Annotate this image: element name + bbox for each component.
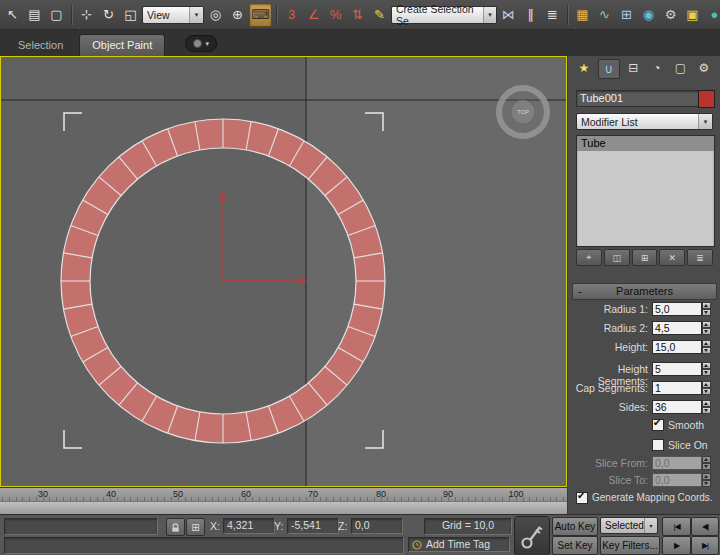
track-bar[interactable] bbox=[0, 501, 567, 514]
modifier-stack-item-tube[interactable]: Tube bbox=[577, 136, 714, 151]
motion-tab-icon[interactable]: ◔ bbox=[647, 59, 667, 77]
slice-on-checkbox[interactable]: Slice On bbox=[652, 438, 708, 451]
set-key-button[interactable]: Set Key bbox=[552, 536, 598, 555]
mirror-icon[interactable]: ⋈ bbox=[498, 4, 519, 26]
pin-stack-icon[interactable]: ⌖ bbox=[576, 249, 602, 266]
spinner-snap-icon[interactable]: ⇅ bbox=[347, 4, 368, 26]
go-to-end-button[interactable]: ▶| bbox=[691, 536, 719, 555]
chevron-down-icon[interactable]: ▾ bbox=[483, 7, 496, 23]
3ds-max-window: ↖ ▤ ▢ ⊹ ↻ ◱ View ▾ ◎ ⊕ ⌨ 3 ∠ % ⇅ ✎ Creat… bbox=[0, 0, 720, 555]
ribbon-tab-object-paint[interactable]: Object Paint bbox=[79, 34, 165, 56]
add-time-tag-field[interactable]: Add Time Tag bbox=[408, 537, 510, 552]
generate-mapping-checkbox-box[interactable]: ✔ bbox=[576, 492, 588, 504]
object-color-swatch[interactable] bbox=[698, 90, 715, 108]
key-filters-button[interactable]: Key Filters... bbox=[600, 536, 660, 555]
z-coordinate-field[interactable]: 0,0 bbox=[351, 518, 403, 534]
ribbon-display-options-button[interactable]: ▾ bbox=[185, 35, 217, 52]
generate-mapping-coords-checkbox[interactable]: ✔ Generate Mapping Coords. bbox=[576, 491, 713, 504]
slice-from-field: 0,0 bbox=[652, 456, 702, 470]
modifier-stack[interactable]: Tube bbox=[576, 135, 715, 247]
generate-mapping-label: Generate Mapping Coords. bbox=[592, 492, 713, 503]
previous-frame-button[interactable]: ◀| bbox=[691, 517, 719, 536]
reference-coordinate-dropdown[interactable]: View ▾ bbox=[142, 6, 204, 24]
smooth-checkbox-box[interactable]: ✔ bbox=[652, 419, 664, 431]
curve-editor-icon[interactable]: ∿ bbox=[594, 4, 615, 26]
height-segments-spinner[interactable] bbox=[702, 362, 711, 376]
time-ruler[interactable]: 30 40 50 60 70 80 90 100 bbox=[0, 487, 567, 501]
sides-spinner[interactable] bbox=[702, 400, 711, 414]
status-bar: ⊞ X: 4,321 Y: -5,541 Z: 0,0 Grid = 10,0 … bbox=[0, 514, 720, 555]
viewport-top[interactable]: TOP bbox=[0, 56, 567, 487]
slice-from-spinner bbox=[702, 456, 711, 470]
toolbar-divider bbox=[71, 5, 72, 25]
set-keys-button[interactable] bbox=[514, 516, 550, 555]
keyboard-shortcut-override-icon[interactable]: ⌨ bbox=[249, 3, 272, 27]
select-and-rotate-icon[interactable]: ↻ bbox=[98, 4, 119, 26]
select-and-move-icon[interactable]: ⊹ bbox=[76, 4, 97, 26]
radius1-field[interactable]: 5,0 bbox=[652, 302, 702, 316]
height-spinner[interactable] bbox=[702, 340, 711, 354]
rectangular-selection-region-icon[interactable]: ▢ bbox=[46, 4, 67, 26]
align-icon[interactable]: ∥ bbox=[520, 4, 541, 26]
make-unique-icon[interactable]: ⊞ bbox=[632, 249, 658, 266]
named-selection-sets-dropdown[interactable]: Create Selection Se ▾ bbox=[391, 6, 497, 24]
radius2-field[interactable]: 4,5 bbox=[652, 321, 702, 335]
edit-named-selection-sets-icon[interactable]: ✎ bbox=[369, 4, 390, 26]
snap-toggle-3d-icon[interactable]: 3 bbox=[281, 4, 302, 26]
key-filter-set-dropdown[interactable]: Selected ▾ bbox=[600, 517, 658, 534]
modify-tab-icon[interactable]: ∪ bbox=[598, 59, 620, 79]
height-field[interactable]: 15,0 bbox=[652, 340, 702, 354]
select-and-scale-icon[interactable]: ◱ bbox=[120, 4, 141, 26]
clock-icon bbox=[412, 540, 422, 550]
y-coordinate-label: Y: bbox=[274, 520, 283, 532]
chevron-down-icon[interactable]: ▾ bbox=[189, 7, 203, 23]
cap-segments-field[interactable]: 1 bbox=[652, 381, 702, 395]
sides-field[interactable]: 36 bbox=[652, 400, 702, 414]
ribbon-tab-selection[interactable]: Selection bbox=[6, 35, 75, 56]
auto-key-button[interactable]: Auto Key bbox=[552, 517, 598, 536]
y-coordinate-field[interactable]: -5,541 bbox=[287, 518, 339, 534]
absolute-mode-transform-toggle[interactable]: ⊞ bbox=[186, 518, 205, 536]
select-object-icon[interactable]: ↖ bbox=[2, 4, 23, 26]
x-coordinate-field[interactable]: 4,321 bbox=[223, 518, 275, 534]
modifier-list-dropdown[interactable]: Modifier List ▾ bbox=[576, 113, 713, 130]
height-segments-field[interactable]: 5 bbox=[652, 362, 702, 376]
select-by-name-icon[interactable]: ▤ bbox=[24, 4, 45, 26]
configure-modifier-sets-icon[interactable]: ≣ bbox=[687, 249, 713, 266]
chevron-down-icon[interactable]: ▾ bbox=[644, 518, 657, 533]
graphite-ribbon-toggle-icon[interactable]: ▦ bbox=[572, 4, 593, 26]
render-production-icon[interactable]: ● bbox=[704, 4, 720, 26]
smooth-label: Smooth bbox=[668, 419, 704, 431]
cap-segments-spinner[interactable] bbox=[702, 381, 711, 395]
chevron-down-icon[interactable]: ▾ bbox=[698, 114, 712, 129]
material-editor-icon[interactable]: ◉ bbox=[638, 4, 659, 26]
collapse-icon[interactable]: - bbox=[578, 284, 582, 298]
viewport-canvas[interactable]: TOP bbox=[1, 57, 566, 486]
use-pivot-point-center-icon[interactable]: ◎ bbox=[205, 4, 226, 26]
modifier-stack-toolbar: ⌖ ◫ ⊞ ✕ ≣ bbox=[576, 249, 713, 266]
create-tab-icon[interactable]: ★ bbox=[574, 59, 594, 77]
show-end-result-icon[interactable]: ◫ bbox=[604, 249, 630, 266]
view-navigation-ball[interactable]: TOP bbox=[499, 88, 547, 136]
radius1-spinner[interactable] bbox=[702, 302, 711, 316]
key-icon bbox=[520, 521, 544, 551]
slice-on-checkbox-box[interactable] bbox=[652, 439, 664, 451]
utilities-tab-icon[interactable]: ⚙ bbox=[694, 59, 714, 77]
hierarchy-tab-icon[interactable]: ⊟ bbox=[623, 59, 643, 77]
selection-lock-toggle[interactable] bbox=[166, 518, 185, 536]
angle-snap-icon[interactable]: ∠ bbox=[303, 4, 324, 26]
render-setup-icon[interactable]: ⚙ bbox=[660, 4, 681, 26]
select-and-manipulate-icon[interactable]: ⊕ bbox=[227, 4, 248, 26]
display-tab-icon[interactable]: ▢ bbox=[670, 59, 690, 77]
percent-snap-icon[interactable]: % bbox=[325, 4, 346, 26]
go-to-start-button[interactable]: |◀ bbox=[662, 517, 691, 536]
schematic-view-icon[interactable]: ⊞ bbox=[616, 4, 637, 26]
rendered-frame-icon[interactable]: ▣ bbox=[682, 4, 703, 26]
remove-modifier-icon[interactable]: ✕ bbox=[659, 249, 685, 266]
object-name-field[interactable]: Tube001 bbox=[576, 90, 700, 107]
play-button[interactable]: ▶ bbox=[662, 536, 691, 555]
parameters-rollout-header[interactable]: - Parameters bbox=[572, 283, 717, 300]
smooth-checkbox[interactable]: ✔ Smooth bbox=[652, 418, 704, 431]
radius2-spinner[interactable] bbox=[702, 321, 711, 335]
layer-manager-icon[interactable]: ≣ bbox=[542, 4, 563, 26]
